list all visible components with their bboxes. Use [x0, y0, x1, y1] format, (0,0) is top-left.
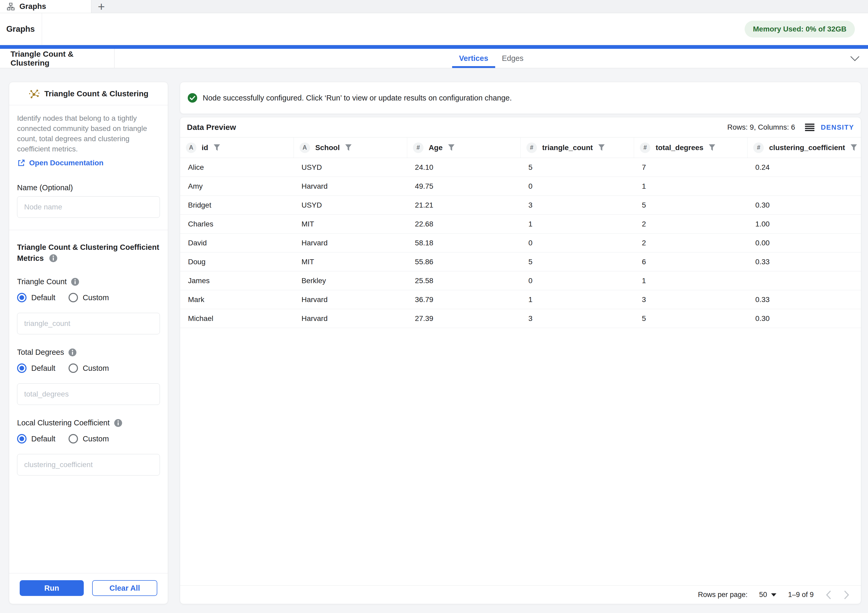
- cell: David: [180, 234, 293, 252]
- app-header: Graphs Memory Used: 0% of 32GB: [0, 13, 868, 45]
- info-icon[interactable]: [71, 278, 79, 286]
- metric-field-group: Total Degrees Default Custom: [17, 348, 160, 405]
- column-type-badge: A: [186, 142, 196, 153]
- table-empty-space: [180, 328, 861, 585]
- cell: 0.24: [747, 158, 861, 177]
- cell: 5: [634, 196, 747, 215]
- radio-label: Custom: [83, 435, 109, 443]
- column-header-School[interactable]: A School: [293, 138, 407, 158]
- column-name: triangle_count: [542, 144, 593, 152]
- column-header-id[interactable]: A id: [180, 138, 293, 158]
- rows-per-page-select[interactable]: 50: [759, 591, 777, 599]
- cell: 0.30: [747, 196, 861, 215]
- filter-funnel-icon[interactable]: [448, 144, 455, 152]
- column-name: total_degrees: [656, 144, 704, 152]
- previous-page-button[interactable]: [825, 590, 831, 600]
- cell: 0.30: [747, 309, 861, 328]
- tab-edges[interactable]: Edges: [495, 49, 530, 68]
- collapse-chevron-icon[interactable]: [849, 56, 860, 62]
- cell: 49.75: [407, 177, 520, 196]
- cell: Harvard: [293, 177, 407, 196]
- total_degrees-input[interactable]: [17, 383, 160, 405]
- cell: Berkley: [293, 271, 407, 290]
- table-row: DougMIT55.86560.33: [180, 252, 861, 271]
- cell: Michael: [180, 309, 293, 328]
- clear-all-button[interactable]: Clear All: [92, 580, 157, 596]
- open-documentation-link[interactable]: Open Documentation: [17, 159, 160, 167]
- cell: 7: [634, 158, 747, 177]
- radio-default[interactable]: Default: [17, 434, 56, 443]
- memory-usage-badge: Memory Used: 0% of 32GB: [745, 21, 855, 37]
- name-field-label: Name (Optional): [17, 183, 160, 192]
- cell: 0: [520, 271, 634, 290]
- clustering_coefficient-input[interactable]: [17, 454, 160, 475]
- triangle_count-input[interactable]: [17, 313, 160, 334]
- info-icon[interactable]: [49, 254, 57, 262]
- info-icon[interactable]: [68, 348, 77, 357]
- radio-custom[interactable]: Custom: [68, 434, 109, 443]
- cell: 0.00: [747, 234, 861, 252]
- radio-circle: [68, 364, 78, 373]
- browser-tab-graphs[interactable]: Graphs: [0, 0, 91, 13]
- radio-custom[interactable]: Custom: [68, 364, 109, 373]
- column-type-badge: #: [753, 142, 764, 153]
- table-row: CharlesMIT22.68121.00: [180, 215, 861, 234]
- radio-label: Default: [31, 364, 56, 373]
- column-header-Age[interactable]: # Age: [407, 138, 520, 158]
- status-message: Node successfully configured. Click ‘Run…: [203, 94, 512, 102]
- filter-funnel-icon[interactable]: [850, 144, 857, 152]
- metric-fields: Triangle Count Default Custom Total Degr…: [17, 277, 160, 475]
- page-range-label: 1–9 of 9: [788, 591, 814, 599]
- cell: MIT: [293, 252, 407, 271]
- config-panel-title: Triangle Count & Clustering: [44, 89, 149, 98]
- cell: Bridget: [180, 196, 293, 215]
- radio-default[interactable]: Default: [17, 293, 56, 302]
- radio-circle: [68, 434, 78, 443]
- main-column: Node successfully configured. Click ‘Run…: [180, 82, 861, 604]
- node-description: Identify nodes that belong to a tightly …: [17, 113, 160, 154]
- filter-funnel-icon[interactable]: [345, 144, 352, 152]
- run-button[interactable]: Run: [20, 580, 84, 596]
- density-button[interactable]: DENSITY: [804, 123, 854, 132]
- field-label: Local Clustering Coefficient: [17, 418, 110, 427]
- page-title: Graphs: [0, 13, 42, 45]
- radio-circle: [17, 434, 26, 443]
- cell: 36.79: [407, 290, 520, 309]
- cell: 58.18: [407, 234, 520, 252]
- cell: USYD: [293, 196, 407, 215]
- node-tab-triangle-count[interactable]: Triangle Count & Clustering: [0, 49, 115, 68]
- config-panel: Triangle Count & Clustering Identify nod…: [9, 82, 168, 604]
- new-tab-button[interactable]: +: [91, 0, 111, 13]
- external-link-icon: [17, 159, 25, 167]
- column-type-badge: #: [640, 142, 650, 153]
- cell: 0.33: [747, 290, 861, 309]
- column-header-triangle_count[interactable]: # triangle_count: [520, 138, 634, 158]
- column-header-total_degrees[interactable]: # total_degrees: [634, 138, 747, 158]
- browser-tab-strip: Graphs +: [0, 0, 868, 13]
- radio-default[interactable]: Default: [17, 364, 56, 373]
- info-icon[interactable]: [114, 419, 122, 427]
- cell: 1.00: [747, 215, 861, 234]
- browser-tab-label: Graphs: [19, 2, 46, 11]
- node-name-input[interactable]: [17, 196, 160, 218]
- filter-funnel-icon[interactable]: [214, 144, 220, 152]
- column-header-clustering_coefficient[interactable]: # clustering_coefficient: [747, 138, 861, 158]
- column-type-badge: A: [299, 142, 310, 153]
- filter-funnel-icon[interactable]: [708, 144, 715, 152]
- cell: 24.10: [407, 158, 520, 177]
- table-header-row: A id A School # Age # triangle_count: [180, 138, 861, 158]
- data-preview-title: Data Preview: [187, 123, 236, 132]
- success-check-icon: [188, 93, 197, 103]
- table-body: AliceUSYD24.10570.24AmyHarvard49.7501Bri…: [180, 158, 861, 328]
- radio-circle: [68, 293, 78, 302]
- next-page-button[interactable]: [843, 590, 850, 600]
- cell: 3: [520, 309, 634, 328]
- filter-funnel-icon[interactable]: [598, 144, 605, 152]
- table-row: MichaelHarvard27.39350.30: [180, 309, 861, 328]
- cell: 2: [634, 215, 747, 234]
- radio-custom[interactable]: Custom: [68, 293, 109, 302]
- radio-label: Default: [31, 293, 56, 302]
- column-name: Age: [429, 144, 443, 152]
- pagination-bar: Rows per page: 50 1–9 of 9: [180, 585, 861, 604]
- tab-vertices[interactable]: Vertices: [452, 49, 495, 68]
